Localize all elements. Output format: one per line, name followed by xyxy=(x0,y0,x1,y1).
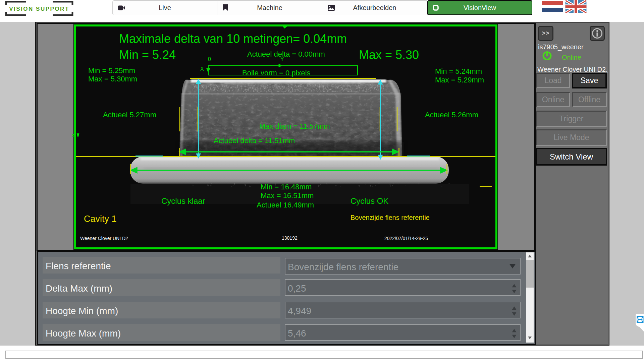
svg-text:Actueel delta = 11.51mm: Actueel delta = 11.51mm xyxy=(214,136,295,145)
svg-text:Weener Clover UNI D2: Weener Clover UNI D2 xyxy=(80,236,128,241)
svg-text:Actueel 5.26mm: Actueel 5.26mm xyxy=(425,111,478,119)
svg-text:Cyclus klaar: Cyclus klaar xyxy=(161,196,205,205)
svg-text:Min = 16.48mm: Min = 16.48mm xyxy=(261,183,312,191)
svg-text:Maximale delta van 10 metingen: Maximale delta van 10 metingen= 0.04mm xyxy=(119,32,347,46)
svg-text:Max = 5.30mm: Max = 5.30mm xyxy=(88,75,137,83)
svg-text:Y: Y xyxy=(280,56,284,62)
svg-text:0: 0 xyxy=(208,56,211,62)
svg-text:Max diam = 11.57mm: Max diam = 11.57mm xyxy=(259,122,330,130)
svg-text:Actueel delta = 0.00mm: Actueel delta = 0.00mm xyxy=(247,50,325,58)
svg-text:Min = 5.24mm: Min = 5.24mm xyxy=(435,67,482,75)
svg-text:130192: 130192 xyxy=(282,235,298,241)
svg-text:Max = 5.30: Max = 5.30 xyxy=(359,48,419,62)
svg-text:Actueel 5.27mm: Actueel 5.27mm xyxy=(103,111,156,119)
svg-text:Bolle vorm = 0 pixels: Bolle vorm = 0 pixels xyxy=(242,69,311,77)
svg-text:Max = 5.29mm: Max = 5.29mm xyxy=(435,76,484,84)
svg-text:Min = 5.25mm: Min = 5.25mm xyxy=(88,66,135,75)
svg-text:VISION SUPPORT: VISION SUPPORT xyxy=(9,6,69,12)
svg-text:X: X xyxy=(200,66,204,72)
svg-text:Cyclus OK: Cyclus OK xyxy=(351,196,388,205)
svg-text:Cavity 1: Cavity 1 xyxy=(84,214,117,224)
svg-text:Max = 16.51mm: Max = 16.51mm xyxy=(261,191,314,200)
svg-text:Bovenzijde flens referentie: Bovenzijde flens referentie xyxy=(351,214,430,221)
svg-text:2022/07/01/14-28-25: 2022/07/01/14-28-25 xyxy=(384,236,428,241)
svg-text:Actueel 16.49mm: Actueel 16.49mm xyxy=(257,201,314,209)
svg-text:Min = 5.24: Min = 5.24 xyxy=(119,48,176,62)
